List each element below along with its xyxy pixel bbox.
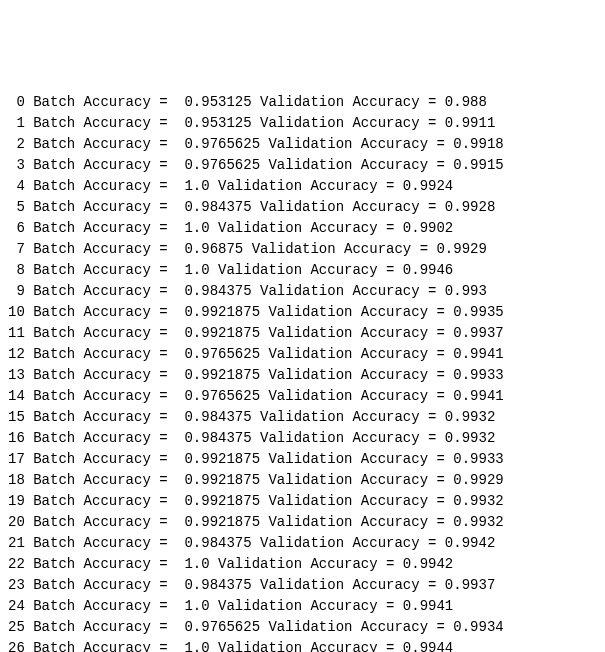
output-line: 11 Batch Accuracy = 0.9921875 Validation…: [8, 323, 597, 344]
output-line: 0 Batch Accuracy = 0.953125 Validation A…: [8, 92, 597, 113]
output-line: 17 Batch Accuracy = 0.9921875 Validation…: [8, 449, 597, 470]
output-line: 6 Batch Accuracy = 1.0 Validation Accura…: [8, 218, 597, 239]
output-line: 7 Batch Accuracy = 0.96875 Validation Ac…: [8, 239, 597, 260]
output-line: 8 Batch Accuracy = 1.0 Validation Accura…: [8, 260, 597, 281]
output-line: 21 Batch Accuracy = 0.984375 Validation …: [8, 533, 597, 554]
output-line: 3 Batch Accuracy = 0.9765625 Validation …: [8, 155, 597, 176]
output-line: 19 Batch Accuracy = 0.9921875 Validation…: [8, 491, 597, 512]
output-line: 15 Batch Accuracy = 0.984375 Validation …: [8, 407, 597, 428]
output-line: 24 Batch Accuracy = 1.0 Validation Accur…: [8, 596, 597, 617]
console-output: 0 Batch Accuracy = 0.953125 Validation A…: [8, 92, 597, 652]
output-line: 20 Batch Accuracy = 0.9921875 Validation…: [8, 512, 597, 533]
output-line: 16 Batch Accuracy = 0.984375 Validation …: [8, 428, 597, 449]
output-line: 13 Batch Accuracy = 0.9921875 Validation…: [8, 365, 597, 386]
output-line: 18 Batch Accuracy = 0.9921875 Validation…: [8, 470, 597, 491]
output-line: 22 Batch Accuracy = 1.0 Validation Accur…: [8, 554, 597, 575]
output-line: 10 Batch Accuracy = 0.9921875 Validation…: [8, 302, 597, 323]
output-line: 26 Batch Accuracy = 1.0 Validation Accur…: [8, 638, 597, 652]
output-line: 5 Batch Accuracy = 0.984375 Validation A…: [8, 197, 597, 218]
output-line: 4 Batch Accuracy = 1.0 Validation Accura…: [8, 176, 597, 197]
output-line: 14 Batch Accuracy = 0.9765625 Validation…: [8, 386, 597, 407]
output-line: 9 Batch Accuracy = 0.984375 Validation A…: [8, 281, 597, 302]
output-line: 1 Batch Accuracy = 0.953125 Validation A…: [8, 113, 597, 134]
output-line: 23 Batch Accuracy = 0.984375 Validation …: [8, 575, 597, 596]
output-line: 2 Batch Accuracy = 0.9765625 Validation …: [8, 134, 597, 155]
output-line: 25 Batch Accuracy = 0.9765625 Validation…: [8, 617, 597, 638]
output-line: 12 Batch Accuracy = 0.9765625 Validation…: [8, 344, 597, 365]
